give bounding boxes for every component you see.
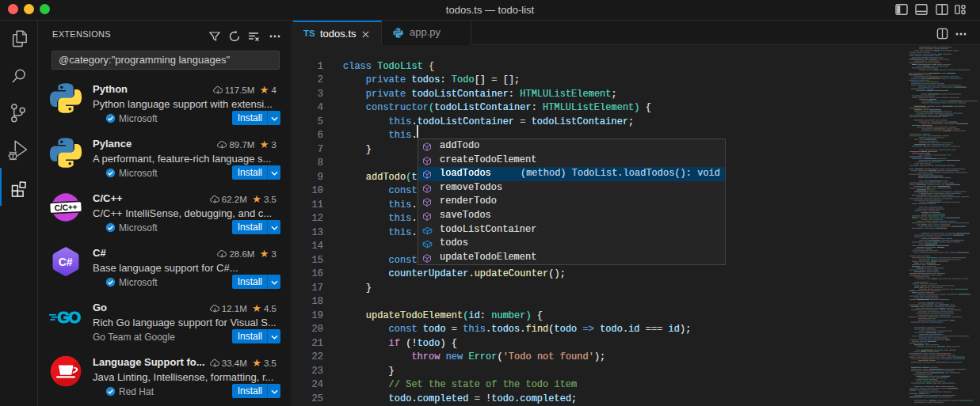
svg-text:C#: C# [59,256,73,268]
svg-text:GO: GO [58,309,81,326]
svg-text:C/C++: C/C++ [54,202,78,213]
